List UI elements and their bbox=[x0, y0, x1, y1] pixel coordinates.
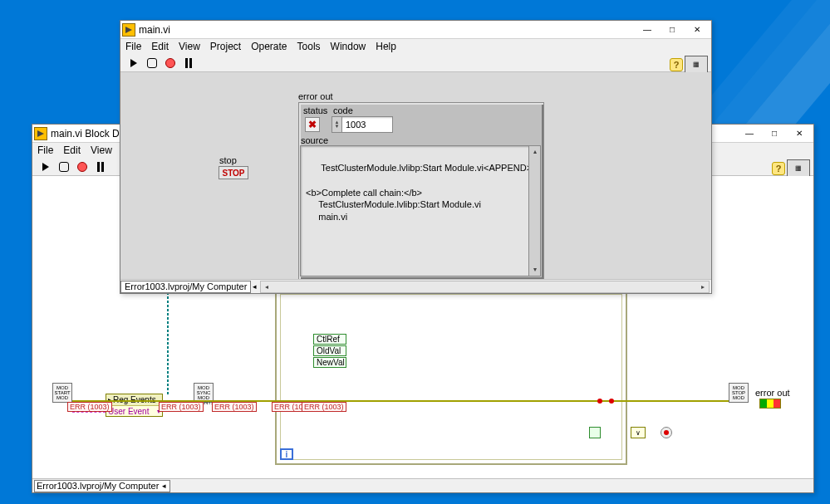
close-button[interactable]: ✕ bbox=[685, 22, 710, 38]
run-button[interactable] bbox=[39, 160, 52, 174]
minimize-button[interactable]: — bbox=[635, 22, 660, 38]
vi-icon[interactable]: ▦ bbox=[787, 159, 810, 178]
toolbar: ? ▦ bbox=[120, 54, 711, 72]
error-x-icon: ✖ bbox=[308, 119, 317, 130]
menu-tools[interactable]: Tools bbox=[297, 41, 321, 52]
merge-errors-node[interactable] bbox=[589, 427, 601, 438]
context-help-icon[interactable]: ? bbox=[670, 58, 683, 71]
error-tag: ERR (1003) bbox=[212, 402, 257, 412]
menu-help[interactable]: Help bbox=[376, 41, 396, 52]
error-out-terminal[interactable] bbox=[759, 399, 781, 409]
event-terminal-newval[interactable]: NewVal bbox=[313, 357, 346, 368]
numeric-spinner[interactable]: ▲▼ bbox=[332, 117, 342, 132]
menu-file[interactable]: File bbox=[125, 41, 141, 52]
front-panel-canvas[interactable]: stop STOP error out status code ✖ ▲▼ 100… bbox=[120, 72, 711, 293]
labview-icon bbox=[122, 23, 135, 37]
menu-view[interactable]: View bbox=[91, 144, 112, 156]
event-terminal-oldval[interactable]: OldVal bbox=[313, 345, 346, 356]
menu-file[interactable]: File bbox=[37, 144, 53, 156]
pause-button[interactable] bbox=[182, 56, 195, 70]
statusbar: Error1003.lvproj/My Computer ◂ ◂ ▸ bbox=[120, 279, 711, 293]
menubar: File Edit View Project Operate Tools Win… bbox=[120, 39, 711, 54]
start-module-node[interactable]: MOD START MOD bbox=[52, 383, 72, 403]
maximize-button[interactable]: □ bbox=[660, 22, 685, 38]
status-boolean-indicator: ✖ bbox=[305, 117, 320, 132]
status-label: status bbox=[303, 105, 327, 115]
abort-button[interactable] bbox=[76, 160, 89, 174]
window-title: main.vi bbox=[139, 24, 635, 36]
scroll-right-icon[interactable]: ▸ bbox=[697, 281, 709, 292]
svg-marker-0 bbox=[37, 130, 44, 137]
abort-button[interactable] bbox=[164, 56, 177, 70]
svg-marker-1 bbox=[125, 27, 132, 33]
error-tag: ERR (1003) bbox=[302, 402, 346, 412]
code-value: 1003 bbox=[342, 117, 392, 132]
run-button[interactable] bbox=[127, 56, 140, 70]
context-help-icon[interactable]: ? bbox=[772, 162, 785, 175]
statusbar: Error1003.lvproj/My Computer ◂ bbox=[32, 478, 813, 492]
front-panel-window: main.vi — □ ✕ File Edit View Project Ope… bbox=[120, 20, 712, 294]
event-structure[interactable] bbox=[275, 289, 627, 465]
run-continuous-button[interactable] bbox=[145, 56, 159, 70]
loop-stop-terminal[interactable] bbox=[661, 427, 672, 438]
menu-window[interactable]: Window bbox=[331, 41, 366, 52]
stop-label: stop bbox=[219, 155, 237, 165]
breakpoint-dot[interactable] bbox=[597, 399, 602, 404]
pause-button[interactable] bbox=[94, 160, 107, 174]
menu-project[interactable]: Project bbox=[210, 41, 241, 52]
status-project-context[interactable]: Error1003.lvproj/My Computer bbox=[120, 281, 251, 293]
code-numeric-indicator[interactable]: ▲▼ 1003 bbox=[332, 116, 393, 133]
menu-edit[interactable]: Edit bbox=[63, 144, 81, 156]
stop-module-node[interactable]: MOD STOP MOD bbox=[729, 383, 749, 403]
menu-operate[interactable]: Operate bbox=[251, 41, 287, 52]
source-text: TestClusterModule.lvlibp:Start Module.vi… bbox=[306, 163, 532, 222]
horizontal-scrollbar[interactable]: ◂ ▸ bbox=[260, 281, 710, 293]
loop-iteration-terminal[interactable]: i bbox=[280, 448, 293, 460]
chevron-left-icon: ◂ bbox=[162, 482, 166, 490]
register-events-node[interactable]: Reg Events User Event▾ bbox=[106, 394, 163, 417]
status-project-context[interactable]: Error1003.lvproj/My Computer ◂ bbox=[34, 480, 170, 492]
run-continuous-button[interactable] bbox=[57, 160, 71, 174]
minimize-button[interactable]: — bbox=[737, 125, 762, 142]
breakpoint-dot[interactable] bbox=[609, 399, 614, 404]
or-node[interactable]: ∨ bbox=[631, 427, 646, 438]
source-scrollbar[interactable]: ▴ ▾ bbox=[528, 146, 540, 276]
code-label: code bbox=[333, 105, 353, 115]
source-string-indicator[interactable]: TestClusterModule.lvlibp:Start Module.vi… bbox=[300, 145, 541, 276]
menu-edit[interactable]: Edit bbox=[151, 41, 169, 52]
vi-icon[interactable]: ▦ bbox=[685, 56, 708, 74]
scroll-left-icon[interactable]: ◂ bbox=[261, 281, 273, 292]
error-tag: ERR (1003) bbox=[159, 402, 204, 412]
event-terminal-ctlref[interactable]: CtlRef bbox=[313, 334, 346, 345]
scroll-up-icon[interactable]: ▴ bbox=[529, 146, 541, 158]
error-out-cluster-label: error out bbox=[298, 91, 333, 101]
menu-view[interactable]: View bbox=[179, 41, 200, 52]
maximize-button[interactable]: □ bbox=[762, 125, 787, 142]
scroll-down-icon[interactable]: ▾ bbox=[529, 264, 541, 276]
source-label: source bbox=[301, 135, 328, 145]
error-tag: ERR (1003) bbox=[67, 402, 112, 412]
labview-icon bbox=[34, 127, 47, 140]
error-out-label: error out bbox=[755, 388, 790, 398]
stop-button[interactable]: STOP bbox=[219, 166, 248, 179]
titlebar[interactable]: main.vi — □ ✕ bbox=[120, 21, 711, 39]
close-button[interactable]: ✕ bbox=[787, 125, 812, 142]
chevron-left-icon: ◂ bbox=[251, 282, 258, 291]
register-events-row: User Event bbox=[108, 407, 149, 416]
